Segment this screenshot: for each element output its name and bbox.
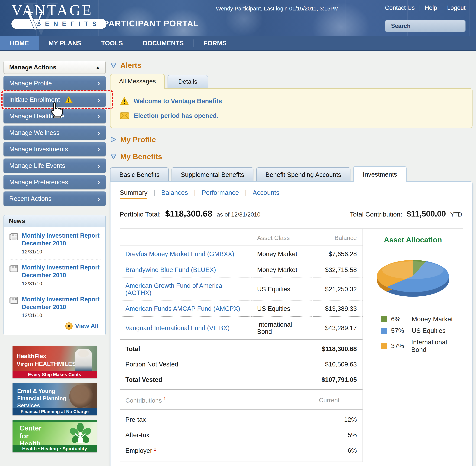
- chevron-right-icon: ›: [98, 195, 100, 202]
- alert-message: Welcome to Vantage Benefits: [120, 97, 463, 105]
- banner-ernst-young[interactable]: Ernst & Young Financial Planning Service…: [12, 383, 97, 415]
- newspaper-icon: [9, 297, 18, 304]
- tab-all-messages[interactable]: All Messages: [110, 74, 165, 89]
- nav-item-my-plans[interactable]: MY PLANS: [39, 36, 91, 50]
- not-vested-row: Portion Not Vested $10,509.63: [120, 357, 362, 372]
- my-benefits-section-header[interactable]: My Benefits: [110, 152, 473, 161]
- table-row: Brandywine Blue Fund (BLUEX) Money Marke…: [120, 262, 362, 278]
- total-vested-row: Total Vested $107,791.05: [120, 372, 362, 389]
- sidebar-item-manage-wellness[interactable]: Manage Wellness›: [3, 126, 106, 140]
- portal-title: PARTICIPANT PORTAL: [103, 19, 199, 28]
- alert-message: Election period has opened.: [120, 112, 463, 119]
- nav-item-home[interactable]: HOME: [0, 36, 39, 50]
- news-date: 12/31/10: [22, 249, 101, 255]
- chevron-right-icon: ›: [98, 80, 100, 87]
- tab-basic-benefits[interactable]: Basic Benefits: [110, 167, 169, 181]
- news-header: News: [4, 215, 105, 227]
- asset-allocation-title: Asset Allocation: [363, 235, 463, 244]
- fund-link[interactable]: American Growth Fund of America (AGTHX): [120, 278, 251, 301]
- contribution-row: After-tax 5%: [120, 427, 362, 443]
- banner-tagline: Financial Planning at No Charge: [12, 408, 97, 415]
- alerts-section-header[interactable]: Alerts: [110, 61, 473, 70]
- nav-item-forms[interactable]: FORMS: [194, 36, 236, 50]
- table-row: Dreyfus Money Market Fund (GMBXX) Money …: [120, 246, 362, 262]
- fund-link[interactable]: Dreyfus Money Market Fund (GMBXX): [120, 246, 251, 262]
- portfolio-asof: as of 12/31/2010: [217, 211, 260, 218]
- nav-item-documents[interactable]: DOCUMENTS: [133, 36, 194, 50]
- news-link[interactable]: Monthly Investment Report December 2010: [22, 295, 101, 311]
- manage-actions-label: Manage Actions: [9, 64, 57, 71]
- alerts-title: Alerts: [120, 61, 141, 70]
- nav-item-tools[interactable]: TOOLS: [91, 36, 133, 50]
- col-asset-class: Asset Class: [251, 229, 313, 246]
- legend-swatch-us-equities: [381, 328, 387, 334]
- sidebar-item-manage-profile[interactable]: Manage Profile›: [3, 76, 106, 90]
- sidebar-item-manage-preferences[interactable]: Manage Preferences›: [3, 175, 106, 189]
- view-all-button[interactable]: View All: [9, 318, 101, 331]
- sidebar-item-initiate-enrollment[interactable]: Initiate Enrollment ›: [3, 93, 106, 107]
- fund-link[interactable]: American Funds AMCAP Fund (AMCPX): [120, 301, 251, 316]
- manage-actions-header[interactable]: Manage Actions ▲: [3, 61, 106, 74]
- tab-investments[interactable]: Investments: [353, 166, 406, 182]
- banner-line: Financial Planning: [17, 395, 66, 402]
- chevron-right-icon: ›: [98, 178, 100, 186]
- investments-panel: Summary | Balances | Performance | Accou…: [110, 181, 473, 466]
- news-panel: News Monthly Investment Report Dece: [3, 215, 106, 335]
- banner-tagline: Health • Healing • Spirituality: [12, 445, 97, 452]
- my-benefits-title: My Benefits: [120, 152, 162, 161]
- news-divider: [9, 259, 101, 259]
- search-input[interactable]: [385, 23, 474, 29]
- header-link-divider: [419, 5, 420, 11]
- warning-icon: [120, 97, 129, 105]
- chevron-right-icon: ›: [98, 129, 100, 136]
- banner-healthflex[interactable]: HealthFlex Virgin HEALTHMILES Every Step…: [12, 346, 97, 378]
- collapse-caret-icon: ▲: [96, 65, 100, 70]
- contact-us-link[interactable]: Contact Us: [385, 4, 415, 11]
- chevron-right-icon: ›: [98, 146, 100, 153]
- banner-center-for-health[interactable]: Center for Health Heal: [12, 420, 97, 452]
- tab-details[interactable]: Details: [168, 75, 208, 88]
- newspaper-icon: [9, 265, 18, 272]
- header-link-divider: [442, 5, 442, 11]
- pie-legend: 6% Money Market 57% US Equities 37% Inte…: [381, 315, 463, 353]
- search-box[interactable]: [385, 20, 465, 32]
- chevron-right-icon: ›: [98, 113, 100, 120]
- subnav-accounts[interactable]: Accounts: [253, 189, 279, 196]
- alerts-panel: Welcome to Vantage Benefits Election per…: [110, 88, 473, 128]
- tab-supplemental-benefits[interactable]: Supplemental Benefits: [172, 167, 253, 181]
- user-login-status: Wendy Participant, Last login 01/15/2011…: [216, 5, 339, 12]
- sidebar-item-recent-actions[interactable]: Recent Actions›: [3, 191, 106, 206]
- col-fund: [120, 229, 251, 246]
- total-row: Total $118,300.68: [120, 340, 362, 357]
- sidebar-item-manage-healthcare[interactable]: Manage Healthcare›: [3, 109, 106, 123]
- banner-line: Services: [17, 402, 66, 408]
- subnav-performance[interactable]: Performance: [202, 189, 239, 196]
- subnav-summary[interactable]: Summary: [120, 189, 147, 199]
- portfolio-total-label: Portfolio Total:: [120, 211, 161, 218]
- logout-link[interactable]: Logout: [447, 4, 465, 11]
- legend-item: 37% International Bond: [381, 338, 463, 353]
- page-header: VANTAGE V BENEFITS PARTICIPANT PORTAL We…: [0, 0, 476, 36]
- alert-link[interactable]: Election period has opened.: [134, 112, 219, 119]
- banner-line: Ernst & Young: [17, 387, 66, 395]
- sidebar-item-manage-investments[interactable]: Manage Investments›: [3, 142, 106, 156]
- brand-pill: V BENEFITS: [12, 19, 106, 29]
- view-all-arrow-icon: [65, 322, 73, 330]
- my-profile-section-header[interactable]: My Profile: [110, 135, 473, 144]
- brand-name: VANTAGE: [12, 2, 106, 18]
- alert-link[interactable]: Welcome to Vantage Benefits: [134, 97, 222, 105]
- fund-link[interactable]: Vanguard International Fund (VIFBX): [120, 316, 251, 340]
- portfolio-total-value: $118,300.68: [165, 209, 212, 218]
- news-divider: [9, 291, 101, 291]
- vantage-logo: VANTAGE V BENEFITS: [12, 2, 106, 29]
- banner-line: for: [20, 432, 42, 440]
- sidebar-item-manage-life-events[interactable]: Manage Life Events›: [3, 159, 106, 173]
- subnav-balances[interactable]: Balances: [161, 189, 188, 196]
- tab-benefit-spending-accounts[interactable]: Benefit Spending Accounts: [256, 167, 350, 181]
- table-row: American Growth Fund of America (AGTHX) …: [120, 278, 362, 301]
- news-link[interactable]: Monthly Investment Report December 2010: [22, 264, 101, 279]
- news-link[interactable]: Monthly Investment Report December 2010: [22, 232, 101, 247]
- help-link[interactable]: Help: [425, 4, 437, 11]
- fund-link[interactable]: Brandywine Blue Fund (BLUEX): [120, 262, 251, 278]
- legend-swatch-international-bond: [381, 343, 387, 349]
